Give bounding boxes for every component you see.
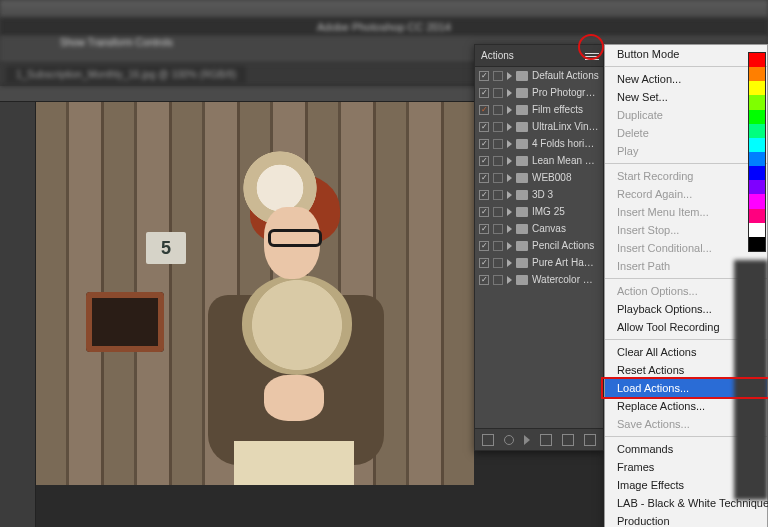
panel-menu-icon[interactable]: [585, 49, 599, 63]
dialog-toggle[interactable]: [493, 105, 503, 115]
action-set-row[interactable]: ✓Canvas: [475, 220, 603, 237]
toggle-checkbox[interactable]: ✓: [479, 258, 489, 268]
swatch[interactable]: [749, 194, 765, 208]
dialog-toggle[interactable]: [493, 241, 503, 251]
toggle-checkbox[interactable]: ✓: [479, 173, 489, 183]
toggle-checkbox[interactable]: ✓: [479, 275, 489, 285]
dialog-toggle[interactable]: [493, 122, 503, 132]
action-set-label: Pencil Actions: [532, 240, 599, 251]
new-set-icon[interactable]: [540, 434, 552, 446]
action-set-label: UltraLinx Vintage ...: [532, 121, 599, 132]
folder-icon: [516, 224, 528, 234]
actions-panel[interactable]: Actions ✓Default Actions✓Pro Photographe…: [474, 44, 604, 451]
dialog-toggle[interactable]: [493, 71, 503, 81]
toggle-checkbox[interactable]: ✓: [479, 224, 489, 234]
action-set-row[interactable]: ✓IMG 25: [475, 203, 603, 220]
menu-item-delete: Delete: [605, 124, 767, 142]
expand-icon[interactable]: [507, 89, 512, 97]
expand-icon[interactable]: [507, 140, 512, 148]
color-swatch-strip[interactable]: [748, 52, 766, 252]
swatch[interactable]: [749, 209, 765, 223]
toggle-checkbox[interactable]: ✓: [479, 207, 489, 217]
expand-icon[interactable]: [507, 157, 512, 165]
menu-item-new-action[interactable]: New Action...: [605, 70, 767, 88]
dialog-toggle[interactable]: [493, 224, 503, 234]
expand-icon[interactable]: [507, 123, 512, 131]
menu-item-new-set[interactable]: New Set...: [605, 88, 767, 106]
expand-icon[interactable]: [507, 191, 512, 199]
swatch[interactable]: [749, 180, 765, 194]
swatch[interactable]: [749, 124, 765, 138]
action-set-row[interactable]: ✓3D 3: [475, 186, 603, 203]
actions-panel-header[interactable]: Actions: [475, 45, 603, 67]
action-set-row[interactable]: ✓WEB008: [475, 169, 603, 186]
collapsed-panels[interactable]: [734, 260, 768, 500]
folder-icon: [516, 156, 528, 166]
folder-icon: [516, 71, 528, 81]
swatch[interactable]: [749, 110, 765, 124]
action-set-row[interactable]: ✓Lean Mean Vintage ...: [475, 152, 603, 169]
dialog-toggle[interactable]: [493, 190, 503, 200]
folder-icon: [516, 190, 528, 200]
canvas[interactable]: 5: [36, 102, 474, 485]
open-image: 5: [36, 102, 474, 485]
menu-item-button-mode[interactable]: Button Mode: [605, 45, 767, 63]
expand-icon[interactable]: [507, 259, 512, 267]
action-set-row[interactable]: ✓Pure Art Hand Draw...: [475, 254, 603, 271]
tools-panel[interactable]: [0, 102, 36, 527]
dialog-toggle[interactable]: [493, 207, 503, 217]
action-set-label: WEB008: [532, 172, 599, 183]
expand-icon[interactable]: [507, 72, 512, 80]
toggle-checkbox[interactable]: ✓: [479, 156, 489, 166]
action-set-label: 4 Folds horizontal v...: [532, 138, 599, 149]
expand-icon[interactable]: [507, 106, 512, 114]
toggle-checkbox[interactable]: ✓: [479, 88, 489, 98]
action-set-row[interactable]: ✓Film effects: [475, 101, 603, 118]
play-icon[interactable]: [524, 435, 530, 445]
stop-icon[interactable]: [482, 434, 494, 446]
dialog-toggle[interactable]: [493, 156, 503, 166]
action-set-row[interactable]: ✓Watercolor & Pencil: [475, 271, 603, 288]
menu-item-play: Play: [605, 142, 767, 160]
expand-icon[interactable]: [507, 276, 512, 284]
action-set-row[interactable]: ✓Pro Photographer A...: [475, 84, 603, 101]
toggle-checkbox[interactable]: ✓: [479, 122, 489, 132]
toggle-checkbox[interactable]: ✓: [479, 105, 489, 115]
dialog-toggle[interactable]: [493, 258, 503, 268]
swatch[interactable]: [749, 138, 765, 152]
swatch[interactable]: [749, 223, 765, 237]
swatch[interactable]: [749, 237, 765, 251]
dialog-toggle[interactable]: [493, 139, 503, 149]
document-tab[interactable]: 1_Subscription_Monthly_16.jpg @ 100% (RG…: [6, 66, 246, 83]
expand-icon[interactable]: [507, 242, 512, 250]
swatch[interactable]: [749, 152, 765, 166]
dialog-toggle[interactable]: [493, 88, 503, 98]
swatch[interactable]: [749, 53, 765, 67]
action-set-row[interactable]: ✓Pencil Actions: [475, 237, 603, 254]
toggle-checkbox[interactable]: ✓: [479, 241, 489, 251]
expand-icon[interactable]: [507, 225, 512, 233]
dialog-toggle[interactable]: [493, 275, 503, 285]
record-icon[interactable]: [504, 435, 514, 445]
actions-list[interactable]: ✓Default Actions✓Pro Photographer A...✓F…: [475, 67, 603, 288]
swatch[interactable]: [749, 81, 765, 95]
toggle-checkbox[interactable]: ✓: [479, 139, 489, 149]
action-set-row[interactable]: ✓4 Folds horizontal v...: [475, 135, 603, 152]
action-set-row[interactable]: ✓Default Actions: [475, 67, 603, 84]
action-set-row[interactable]: ✓UltraLinx Vintage ...: [475, 118, 603, 135]
expand-icon[interactable]: [507, 208, 512, 216]
actions-panel-footer[interactable]: [475, 428, 603, 450]
swatch[interactable]: [749, 67, 765, 81]
app-title: Adobe Photoshop CC 2014: [317, 21, 451, 33]
new-action-icon[interactable]: [562, 434, 574, 446]
expand-icon[interactable]: [507, 174, 512, 182]
swatch[interactable]: [749, 166, 765, 180]
right-panel-stack: Actions ✓Default Actions✓Pro Photographe…: [474, 44, 768, 524]
toggle-checkbox[interactable]: ✓: [479, 190, 489, 200]
menu-item-production[interactable]: Production: [605, 512, 767, 527]
toggle-checkbox[interactable]: ✓: [479, 71, 489, 81]
dialog-toggle[interactable]: [493, 173, 503, 183]
folder-icon: [516, 139, 528, 149]
trash-icon[interactable]: [584, 434, 596, 446]
swatch[interactable]: [749, 95, 765, 109]
